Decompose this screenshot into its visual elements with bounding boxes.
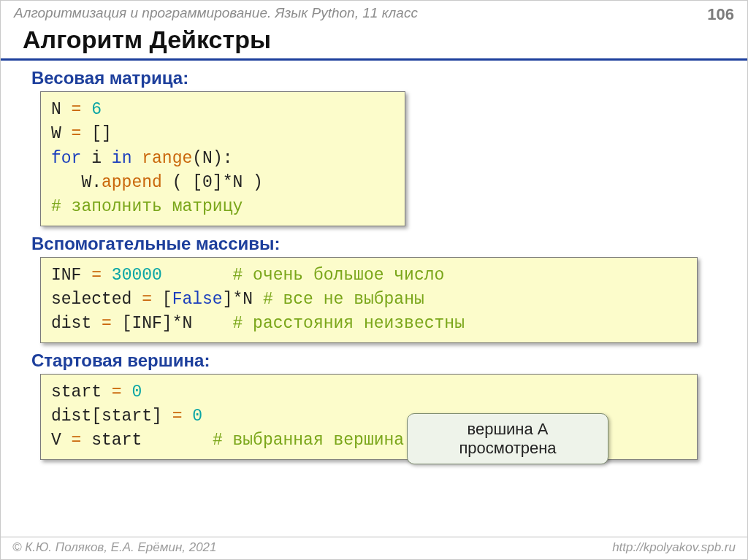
section-aux-arrays: Вспомогательные массивы:: [31, 234, 747, 254]
code-block-aux-arrays: INF = 30000 # очень большое число select…: [40, 257, 698, 343]
code-token: ]*N: [223, 290, 253, 309]
code-token: start: [91, 431, 142, 450]
code-token: =: [162, 407, 192, 426]
code-token: for: [51, 149, 81, 168]
code-comment: # выбранная вершина: [213, 431, 404, 450]
code-token: =: [81, 266, 111, 285]
code-token: [192, 314, 232, 333]
code-token: (N):: [192, 149, 232, 168]
code-token: ): [243, 173, 263, 192]
code-token: =: [61, 100, 91, 119]
section-weight-matrix: Весовая матрица:: [31, 68, 747, 88]
code-token: [162, 266, 233, 285]
slide-page: Алгоритмизация и программирование. Язык …: [0, 0, 748, 560]
code-token: =: [61, 124, 91, 143]
footer-bar: © К.Ю. Поляков, Е.А. Ерёмин, 2021 http:/…: [1, 537, 747, 559]
code-block-weight-matrix: N = 6 W = [] for i in range(N): W.append…: [40, 91, 405, 226]
code-token: W.: [51, 173, 102, 192]
code-token: =: [131, 290, 161, 309]
code-token: (: [162, 173, 192, 192]
footer-copyright: © К.Ю. Поляков, Е.А. Ерёмин, 2021: [12, 540, 217, 555]
page-title: Алгоритм Дейкстры: [1, 26, 747, 61]
code-token: 0: [192, 407, 202, 426]
code-token: 6: [91, 100, 102, 119]
section-start-vertex: Стартовая вершина:: [31, 350, 747, 371]
code-token: INF: [51, 266, 81, 285]
callout-line2: просмотрена: [416, 439, 599, 458]
code-comment: # заполнить матрицу: [51, 197, 243, 216]
header-bar: Алгоритмизация и программирование. Язык …: [1, 1, 747, 26]
code-token: dist[start]: [51, 407, 162, 426]
code-token: 0: [131, 383, 142, 402]
page-number: 106: [707, 5, 734, 24]
code-token: in: [112, 149, 132, 168]
code-token: =: [61, 431, 91, 450]
code-token: [253, 290, 263, 309]
code-token: selected: [51, 290, 131, 309]
code-token: [142, 431, 213, 450]
code-comment: # все не выбраны: [263, 290, 424, 309]
code-token: dist: [51, 314, 91, 333]
callout-note: вершина A просмотрена: [407, 413, 608, 464]
code-comment: # очень большое число: [232, 266, 444, 285]
code-token: N: [51, 100, 61, 119]
code-token: []: [91, 124, 112, 143]
code-token: [INF]*N: [122, 314, 193, 333]
code-token: 30000: [112, 266, 162, 285]
code-comment: # расстояния неизвестны: [232, 314, 464, 333]
footer-url: http://kpolyakov.spb.ru: [612, 540, 736, 555]
code-token: =: [102, 383, 131, 402]
breadcrumb: Алгоритмизация и программирование. Язык …: [14, 5, 418, 21]
code-token: W: [51, 124, 61, 143]
code-token: [: [162, 290, 172, 309]
code-token: range: [142, 149, 192, 168]
code-token: start: [51, 383, 102, 402]
code-token: [0]*N: [192, 173, 243, 192]
code-token: =: [91, 314, 121, 333]
code-token: i: [81, 149, 111, 168]
callout-line1: вершина A: [416, 420, 599, 439]
code-token: V: [51, 431, 61, 450]
code-token: False: [172, 290, 223, 309]
code-token: append: [102, 173, 162, 192]
code-token: [131, 149, 142, 168]
